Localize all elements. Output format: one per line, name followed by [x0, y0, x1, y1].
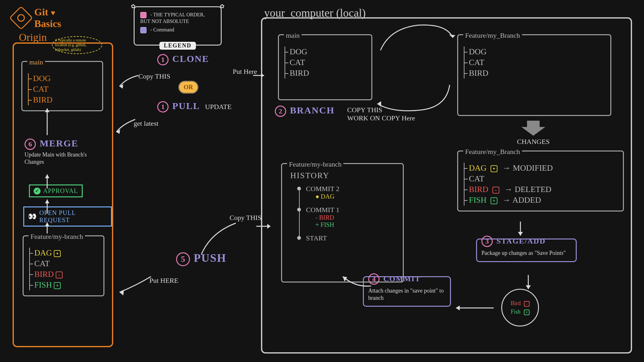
local-main-title: main: [284, 31, 302, 39]
svg-marker-4: [377, 101, 381, 107]
merge-desc: Update Main with Branch's Changes: [25, 151, 94, 165]
arrow-icon: [198, 220, 242, 258]
origin-feature-tree: DAG CAT BIRD FISH: [34, 248, 98, 290]
arrow-icon: [113, 116, 138, 135]
file-item: DOG: [290, 47, 366, 57]
git-logo-icon: [9, 6, 33, 30]
local-feature-box: Feature/my_Branch DOG CAT BIRD: [457, 34, 611, 116]
arrow-icon: [255, 220, 274, 233]
deleted-icon: [56, 272, 63, 278]
step-pull: 1 PULL UPDATE: [157, 101, 231, 112]
svg-marker-11: [45, 222, 49, 226]
file-item: DAG → MODIFIED: [469, 163, 618, 173]
arrow-icon: [42, 219, 52, 235]
step-number-3: 3: [481, 236, 493, 247]
commit-node: START: [297, 234, 398, 242]
status-note: ADDED: [512, 195, 541, 205]
step-merge: 6 MERGE Update Main with Branch's Change…: [25, 138, 94, 165]
file-item: CAT: [469, 173, 618, 184]
local-feature-changed-tree: DAG → MODIFIED CAT BIRD → DELETED FISH →…: [469, 163, 618, 206]
svg-marker-9: [45, 174, 49, 178]
file-item: BIRD: [469, 68, 605, 79]
legend-title: LEGEND: [159, 42, 196, 50]
stage-desc: Package up changes as "Save Points": [481, 250, 571, 257]
svg-marker-7: [119, 290, 124, 295]
modified-icon: [491, 165, 497, 172]
arrow-icon: [522, 273, 535, 292]
origin-panel: main DOG CAT BIRD 6 MERGE Update Main wi…: [13, 42, 113, 347]
origin-label: Origin: [19, 31, 47, 43]
file-item: BIRD: [290, 68, 366, 79]
local-feature-changed-box: Feature/my_Branch DAG → MODIFIED CAT BIR…: [457, 151, 624, 211]
commit-node: COMMIT 1 - BIRD + FISH: [297, 206, 398, 228]
changes-arrow: CHANGES: [517, 121, 550, 146]
file-item: FISH → ADDED: [469, 195, 618, 206]
svg-marker-0: [521, 121, 545, 136]
step-number-5: 5: [176, 252, 190, 266]
step-number-1a: 1: [157, 54, 169, 65]
arrow-icon: [116, 273, 154, 299]
file-item: CAT: [469, 57, 605, 68]
deleted-icon: [524, 301, 530, 307]
eyes-icon: 👀: [28, 212, 37, 221]
clone-command: CLONE: [172, 53, 209, 64]
pull-update: UPDATE: [205, 103, 231, 111]
history-branch-title: Feature/my-branch: [287, 160, 343, 168]
arrow-icon: [42, 196, 52, 215]
origin-feature-title: Feature/my-branch: [29, 233, 85, 240]
local-feature-changed-title: Feature/my_Branch: [463, 148, 522, 156]
arrow-icon: [514, 220, 527, 239]
svg-marker-10: [45, 200, 49, 203]
stage-file: Fish: [511, 309, 530, 315]
check-icon: ✓: [34, 188, 41, 195]
status-note: MODIFIED: [513, 163, 553, 173]
local-feature-tree: DOG CAT BIRD: [469, 47, 605, 79]
origin-main-title: main: [27, 58, 45, 66]
file-item: FISH: [34, 280, 98, 290]
clone-copy-this: Copy THIS: [138, 72, 170, 80]
title-line-1: Git: [34, 6, 48, 18]
changes-label: CHANGES: [517, 138, 550, 146]
legend-row-order: - THE TYPICAL ORDER, BUT NOT ABSOLUTE: [140, 12, 215, 25]
deleted-icon: [492, 187, 499, 194]
arrow-icon: [42, 171, 52, 190]
history-timeline: COMMIT 2 ● DAG COMMIT 1 - BIRD + FISH ST…: [297, 185, 398, 242]
legend-row-command: - Command: [140, 27, 215, 33]
svg-marker-2: [261, 73, 264, 78]
svg-marker-12: [518, 232, 523, 236]
file-item: DAG: [34, 248, 98, 258]
file-item: BIRD: [34, 269, 98, 280]
heart-icon: ♥: [51, 9, 55, 17]
file-item: CAT: [34, 258, 98, 269]
local-main-box: main DOG CAT BIRD: [278, 34, 372, 100]
status-note: DELETED: [515, 185, 552, 194]
arrow-icon: [340, 273, 374, 292]
step-stage: 3 STAGE/ADD Package up changes as "Save …: [476, 239, 577, 262]
origin-feature-box: Feature/my-branch DAG CAT BIRD FISH: [23, 235, 104, 296]
arrow-icon: [116, 72, 142, 91]
step-clone: 1 CLONE: [157, 53, 209, 65]
file-item: CAT: [290, 57, 366, 68]
or-bubble: OR: [179, 82, 197, 93]
modified-icon: [54, 250, 61, 257]
stage-save-point: Bird Fish: [501, 289, 539, 326]
origin-main-box: main DOG CAT BIRD: [21, 61, 103, 111]
svg-marker-6: [267, 224, 270, 229]
step-number-2: 2: [275, 106, 286, 117]
history-subtitle: HISTORY: [290, 171, 398, 180]
added-icon: [524, 310, 530, 315]
added-icon: [491, 197, 497, 204]
local-feature-title: Feature/my_Branch: [463, 31, 522, 39]
file-item: DOG: [33, 73, 97, 84]
pull-command: PULL: [172, 101, 200, 111]
arrow-icon: [453, 302, 497, 314]
open-pr-badge: 👀 OPEN PULL REQUEST: [23, 206, 112, 227]
commit-change: - BIRD: [315, 214, 398, 221]
arrow-icon: [374, 79, 453, 116]
stage-file: Bird: [511, 300, 530, 307]
arrow-icon: [377, 22, 456, 60]
svg-marker-13: [526, 285, 531, 289]
history-box: Feature/my-branch HISTORY COMMIT 2 ● DAG…: [281, 163, 404, 282]
commit-node: COMMIT 2 ● DAG: [297, 185, 398, 200]
svg-marker-14: [456, 305, 460, 310]
